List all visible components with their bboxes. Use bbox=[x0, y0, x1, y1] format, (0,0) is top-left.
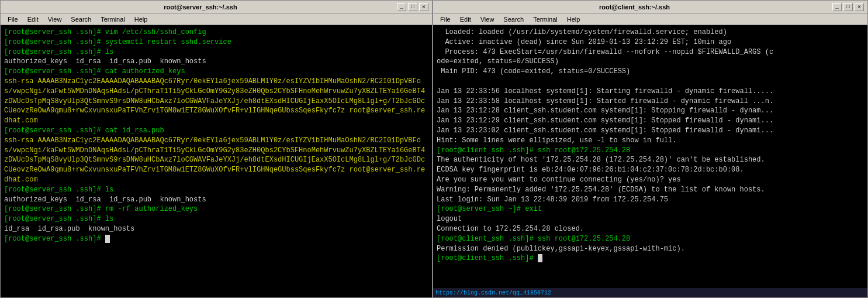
left-menu-search[interactable]: Search bbox=[66, 15, 96, 24]
right-cursor bbox=[538, 254, 542, 262]
left-window-controls: _ □ ✕ bbox=[397, 3, 428, 11]
left-minimize-button[interactable]: _ bbox=[397, 3, 406, 11]
left-menu-file[interactable]: File bbox=[3, 15, 23, 24]
left-terminal: root@server_ssh:~/.ssh _ □ ✕ File Edit V… bbox=[0, 0, 433, 298]
right-menu-bar: File Edit View Search Terminal Help bbox=[433, 13, 867, 25]
right-minimize-button[interactable]: _ bbox=[832, 3, 842, 11]
right-title-bar: root@client_ssh:~/.ssh _ □ ✕ bbox=[433, 1, 867, 13]
right-status-bar: https://blog.csdn.net/qq_41850712 bbox=[433, 288, 867, 297]
right-terminal-content[interactable]: Loaded: loaded (/usr/lib/systemd/system/… bbox=[433, 25, 867, 288]
right-menu-terminal[interactable]: Terminal bbox=[528, 15, 562, 24]
right-menu-edit[interactable]: Edit bbox=[455, 15, 476, 24]
right-menu-help[interactable]: Help bbox=[562, 15, 585, 24]
right-menu-search[interactable]: Search bbox=[499, 15, 528, 24]
left-maximize-button[interactable]: □ bbox=[408, 3, 417, 11]
left-terminal-body: [root@server_ssh .ssh]# vim /etc/ssh/ssh… bbox=[1, 25, 432, 297]
right-window-title: root@client_ssh:~/.ssh bbox=[437, 4, 832, 11]
left-title-bar: root@server_ssh:~/.ssh _ □ ✕ bbox=[1, 1, 432, 13]
left-close-button[interactable]: ✕ bbox=[419, 3, 428, 11]
right-terminal-body: Loaded: loaded (/usr/lib/systemd/system/… bbox=[433, 25, 867, 288]
left-menu-edit[interactable]: Edit bbox=[23, 15, 43, 24]
right-menu-view[interactable]: View bbox=[476, 15, 499, 24]
right-status-text: https://blog.csdn.net/qq_41850712 bbox=[435, 290, 551, 296]
left-terminal-content[interactable]: [root@server_ssh .ssh]# vim /etc/ssh/ssh… bbox=[1, 25, 432, 297]
right-terminal: root@client_ssh:~/.ssh _ □ ✕ File Edit V… bbox=[433, 0, 868, 298]
left-menu-bar: File Edit View Search Terminal Help bbox=[1, 13, 432, 25]
right-window-controls: _ □ ✕ bbox=[832, 3, 864, 11]
left-window-title: root@server_ssh:~/.ssh bbox=[4, 4, 397, 11]
right-menu-file[interactable]: File bbox=[435, 15, 455, 24]
left-menu-view[interactable]: View bbox=[43, 15, 67, 24]
left-menu-help[interactable]: Help bbox=[130, 15, 153, 24]
right-close-button[interactable]: ✕ bbox=[855, 3, 864, 11]
right-maximize-button[interactable]: □ bbox=[843, 3, 853, 11]
left-menu-terminal[interactable]: Terminal bbox=[96, 15, 130, 24]
left-cursor bbox=[105, 235, 110, 243]
